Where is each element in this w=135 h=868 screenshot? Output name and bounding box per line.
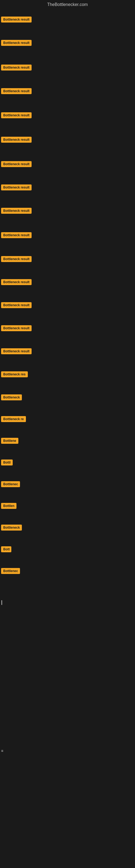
items-container	[0, 9, 135, 11]
bottleneck-badge-18: Bottleneck re	[1, 416, 26, 422]
bottleneck-badge-4: Bottleneck result	[1, 88, 32, 94]
bottleneck-badge-1: Bottleneck result	[1, 17, 32, 23]
cursor-indicator: |	[1, 599, 2, 605]
bottleneck-badge-19: Bottlene	[1, 438, 18, 444]
bottleneck-item-23: Bottleneck	[0, 524, 23, 532]
bottleneck-badge-7: Bottleneck result	[1, 161, 32, 167]
bottleneck-item-18: Bottleneck re	[0, 415, 27, 423]
bottleneck-item-9: Bottleneck result	[0, 207, 33, 215]
bottleneck-badge-10: Bottleneck result	[1, 232, 32, 238]
bottleneck-item-25: Bottlenec	[0, 567, 21, 575]
bottleneck-item-24: Bott	[0, 545, 12, 553]
bottleneck-badge-17: Bottleneck	[1, 394, 22, 400]
small-indicator: ≡	[1, 749, 3, 753]
bottleneck-item-3: Bottleneck result	[0, 63, 33, 72]
bottleneck-item-8: Bottleneck result	[0, 183, 33, 191]
bottleneck-item-11: Bottleneck result	[0, 255, 33, 263]
bottleneck-badge-23: Bottleneck	[1, 525, 22, 531]
bottleneck-badge-15: Bottleneck result	[1, 348, 32, 354]
bottleneck-item-1: Bottleneck result	[0, 16, 33, 24]
bottleneck-item-22: Bottlen	[0, 502, 17, 510]
bottleneck-item-14: Bottleneck result	[0, 324, 33, 332]
site-title: TheBottlenecker.com	[0, 0, 135, 9]
bottleneck-item-21: Bottlenec	[0, 480, 21, 488]
bottleneck-badge-21: Bottlenec	[1, 481, 20, 487]
bottleneck-badge-20: Bottl	[1, 460, 13, 465]
bottleneck-item-17: Bottleneck	[0, 393, 23, 401]
bottleneck-badge-12: Bottleneck result	[1, 279, 32, 285]
bottleneck-item-6: Bottleneck result	[0, 135, 33, 144]
bottleneck-badge-11: Bottleneck result	[1, 256, 32, 262]
bottleneck-badge-8: Bottleneck result	[1, 184, 32, 190]
bottleneck-badge-5: Bottleneck result	[1, 112, 32, 118]
bottleneck-item-12: Bottleneck result	[0, 278, 33, 286]
bottleneck-badge-6: Bottleneck result	[1, 137, 32, 143]
bottleneck-item-5: Bottleneck result	[0, 111, 33, 119]
bottleneck-item-7: Bottleneck result	[0, 160, 33, 168]
page-wrapper: TheBottlenecker.com | ≡ Bottleneck resul…	[0, 0, 135, 868]
bottleneck-badge-14: Bottleneck result	[1, 325, 32, 331]
bottleneck-item-10: Bottleneck result	[0, 231, 33, 239]
bottleneck-badge-9: Bottleneck result	[1, 208, 32, 214]
bottleneck-item-15: Bottleneck result	[0, 347, 33, 355]
bottleneck-badge-24: Bott	[1, 546, 11, 552]
bottleneck-item-19: Bottlene	[0, 437, 19, 445]
bottleneck-item-4: Bottleneck result	[0, 87, 33, 95]
bottleneck-badge-16: Bottleneck res	[1, 371, 28, 377]
bottleneck-item-16: Bottleneck res	[0, 370, 29, 378]
bottleneck-item-2: Bottleneck result	[0, 39, 33, 47]
bottleneck-badge-2: Bottleneck result	[1, 40, 32, 46]
bottleneck-badge-22: Bottlen	[1, 503, 16, 509]
bottleneck-badge-13: Bottleneck result	[1, 302, 32, 308]
bottleneck-item-13: Bottleneck result	[0, 301, 33, 309]
bottleneck-item-20: Bottl	[0, 458, 14, 467]
bottleneck-badge-25: Bottlenec	[1, 568, 20, 574]
bottleneck-badge-3: Bottleneck result	[1, 65, 32, 70]
